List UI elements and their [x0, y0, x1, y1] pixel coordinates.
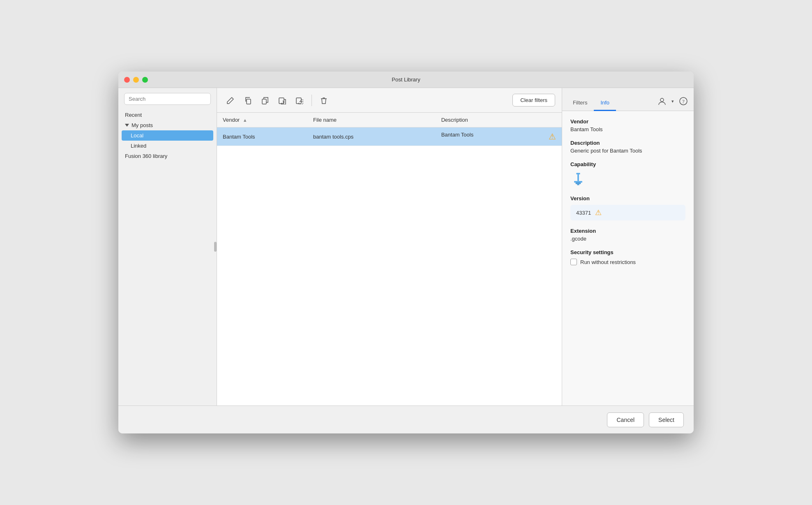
svg-rect-10: [576, 183, 581, 184]
table-body: Bantam Tools bantam tools.cps Bantam Too…: [217, 127, 562, 146]
info-description-section: Description Generic post for Bantam Tool…: [570, 140, 685, 154]
svg-rect-1: [262, 99, 266, 104]
table-header: Vendor ▲ File name Description: [217, 113, 562, 127]
right-panel: Filters Info ▾: [562, 88, 694, 405]
app-window: Post Library Recent My posts Local Linke…: [118, 72, 694, 433]
description-label: Description: [570, 140, 685, 146]
sort-arrow-icon: ▲: [243, 118, 247, 123]
resize-handle: [214, 242, 217, 252]
sidebar-item-local[interactable]: Local: [122, 130, 213, 141]
version-label: Version: [570, 195, 685, 202]
vendor-label: Vendor: [570, 118, 685, 125]
info-capability-section: Capability: [570, 161, 685, 188]
post-table: Vendor ▲ File name Description: [217, 113, 562, 146]
cell-vendor: Bantam Tools: [217, 127, 307, 146]
svg-point-4: [660, 98, 664, 102]
sidebar-item-my-posts[interactable]: My posts: [118, 120, 217, 130]
column-header-description[interactable]: Description: [436, 113, 562, 127]
minimize-button[interactable]: [133, 77, 139, 83]
sidebar-item-fusion-library[interactable]: Fusion 360 library: [118, 151, 217, 161]
capability-label: Capability: [570, 161, 685, 167]
sidebar-item-label: Linked: [131, 143, 146, 149]
tab-filters[interactable]: Filters: [566, 95, 594, 111]
cell-filename: bantam tools.cps: [307, 127, 436, 146]
tab-info[interactable]: Info: [594, 95, 616, 111]
table-container: Vendor ▲ File name Description: [217, 113, 562, 405]
main-content: Recent My posts Local Linked Fusion 360 …: [118, 88, 694, 405]
extension-label: Extension: [570, 228, 685, 234]
tab-action-icons: ▾ ?: [656, 95, 690, 111]
select-button[interactable]: Select: [649, 412, 684, 427]
security-checkbox[interactable]: [570, 259, 577, 265]
sidebar-item-linked[interactable]: Linked: [118, 141, 217, 151]
sidebar-item-label: My posts: [131, 122, 153, 128]
edit-button[interactable]: [224, 93, 238, 107]
column-header-vendor[interactable]: Vendor ▲: [217, 113, 307, 127]
import-button[interactable]: [275, 93, 289, 107]
vendor-value: Bantam Tools: [570, 126, 685, 132]
close-button[interactable]: [124, 77, 130, 83]
sidebar: Recent My posts Local Linked Fusion 360 …: [118, 88, 217, 405]
export-button[interactable]: [293, 93, 307, 107]
help-button[interactable]: ?: [677, 95, 690, 107]
version-warning-icon: ⚠: [595, 208, 602, 217]
cancel-button[interactable]: Cancel: [607, 412, 644, 427]
column-header-filename[interactable]: File name: [307, 113, 436, 127]
info-version-section: Version 43371 ⚠: [570, 195, 685, 220]
sidebar-item-label: Recent: [125, 112, 142, 118]
window-controls: [124, 77, 148, 83]
table-row[interactable]: Bantam Tools bantam tools.cps Bantam Too…: [217, 127, 562, 146]
warning-icon: ⚠: [549, 132, 556, 141]
svg-rect-11: [577, 184, 579, 185]
sidebar-item-label: Fusion 360 library: [125, 153, 167, 159]
account-dropdown-icon[interactable]: ▾: [671, 99, 674, 104]
security-label: Security settings: [570, 249, 685, 255]
capability-icon-container: [570, 171, 685, 188]
paste-button[interactable]: [258, 93, 272, 107]
expand-icon: [125, 124, 129, 127]
svg-text:?: ?: [682, 98, 685, 104]
info-extension-section: Extension .gcode: [570, 228, 685, 242]
security-checkbox-row: Run without restrictions: [570, 259, 685, 265]
info-security-section: Security settings Run without restrictio…: [570, 249, 685, 265]
right-tab-bar: Filters Info ▾: [562, 88, 694, 111]
bottom-bar: Cancel Select: [118, 405, 694, 433]
svg-rect-0: [247, 99, 251, 104]
main-panel: Clear filters Vendor ▲ File name: [217, 88, 562, 405]
svg-rect-8: [577, 174, 579, 181]
description-value: Generic post for Bantam Tools: [570, 148, 685, 154]
toolbar-separator: [311, 95, 312, 106]
sidebar-item-label: Local: [131, 132, 143, 139]
svg-rect-7: [576, 173, 580, 174]
capability-mill-icon: [570, 171, 586, 186]
version-number: 43371: [576, 210, 591, 216]
title-bar: Post Library: [118, 72, 694, 88]
right-panel-content: Vendor Bantam Tools Description Generic …: [562, 111, 694, 405]
clear-filters-button[interactable]: Clear filters: [512, 94, 555, 107]
delete-button[interactable]: [317, 93, 331, 107]
account-button[interactable]: [656, 95, 668, 107]
security-checkbox-label: Run without restrictions: [580, 259, 636, 265]
sidebar-item-recent[interactable]: Recent: [118, 110, 217, 120]
extension-value: .gcode: [570, 236, 685, 242]
svg-rect-9: [574, 181, 582, 183]
version-value-row: 43371 ⚠: [570, 205, 685, 220]
info-vendor-section: Vendor Bantam Tools: [570, 118, 685, 132]
cell-description: Bantam Tools ⚠: [436, 127, 562, 146]
toolbar: Clear filters: [217, 88, 562, 113]
maximize-button[interactable]: [142, 77, 148, 83]
search-input[interactable]: [124, 93, 211, 105]
window-title: Post Library: [392, 76, 420, 83]
copy-button[interactable]: [241, 93, 255, 107]
